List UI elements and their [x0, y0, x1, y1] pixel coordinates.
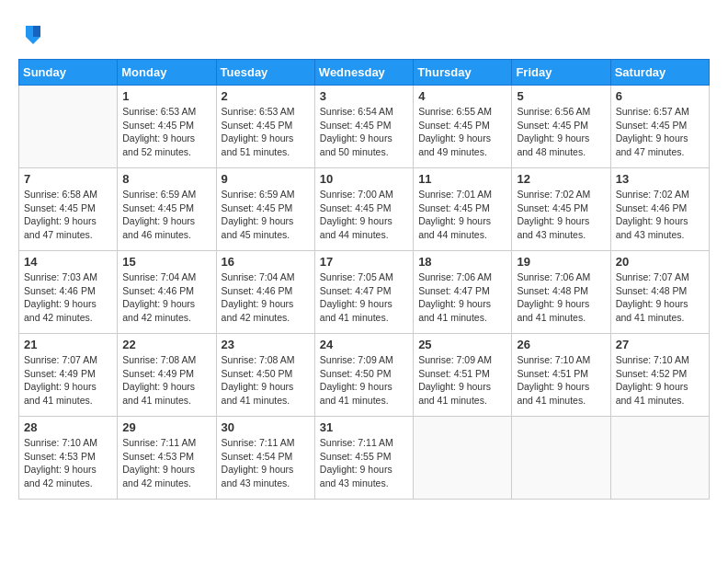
calendar-cell: 21Sunrise: 7:07 AMSunset: 4:49 PMDayligh…	[19, 334, 118, 417]
cell-info-line: and 46 minutes.	[122, 228, 210, 242]
day-number: 21	[24, 338, 112, 351]
cell-info-line: Sunrise: 6:53 AM	[122, 105, 210, 119]
day-number: 15	[122, 255, 210, 269]
cell-info-line: Sunrise: 7:07 AM	[24, 353, 112, 367]
day-number: 31	[320, 420, 408, 434]
cell-info-line: and 41 minutes.	[517, 394, 605, 408]
cell-info-line: and 41 minutes.	[122, 394, 210, 408]
cell-info-line: Sunset: 4:53 PM	[24, 450, 112, 464]
calendar-cell: 6Sunrise: 6:57 AMSunset: 4:45 PMDaylight…	[610, 86, 709, 168]
cell-info-line: Sunset: 4:45 PM	[24, 201, 112, 215]
day-number: 3	[320, 89, 408, 103]
calendar-table: SundayMondayTuesdayWednesdayThursdayFrid…	[18, 59, 710, 500]
cell-info-line: Sunrise: 7:10 AM	[24, 436, 112, 450]
day-header-tuesday: Tuesday	[216, 60, 314, 86]
calendar-cell: 18Sunrise: 7:06 AMSunset: 4:47 PMDayligh…	[414, 251, 512, 334]
cell-info-line: Daylight: 9 hours	[222, 214, 310, 228]
cell-info-line: Sunrise: 7:11 AM	[122, 436, 210, 450]
calendar-cell: 22Sunrise: 7:08 AMSunset: 4:49 PMDayligh…	[118, 334, 216, 417]
day-number: 17	[320, 255, 408, 269]
cell-info-line: and 41 minutes.	[320, 394, 408, 408]
calendar-cell: 3Sunrise: 6:54 AMSunset: 4:45 PMDaylight…	[314, 86, 413, 168]
calendar-cell	[19, 86, 118, 168]
calendar-cell: 26Sunrise: 7:10 AMSunset: 4:51 PMDayligh…	[512, 334, 610, 417]
cell-info-line: Daylight: 9 hours	[122, 463, 210, 477]
day-header-wednesday: Wednesday	[314, 60, 413, 86]
day-number: 18	[418, 255, 506, 269]
cell-info-line: Daylight: 9 hours	[122, 297, 210, 311]
cell-info-line: Sunset: 4:45 PM	[517, 119, 605, 132]
cell-info-line: Sunset: 4:45 PM	[616, 119, 704, 132]
week-row-0: 1Sunrise: 6:53 AMSunset: 4:45 PMDaylight…	[19, 86, 710, 168]
cell-info-line: and 41 minutes.	[616, 394, 704, 408]
cell-info-line: Sunrise: 6:57 AM	[616, 105, 704, 119]
cell-info-line: Daylight: 9 hours	[616, 214, 704, 228]
calendar-cell: 11Sunrise: 7:01 AMSunset: 4:45 PMDayligh…	[414, 168, 512, 251]
cell-info-line: Daylight: 9 hours	[24, 380, 112, 394]
cell-info-line: and 41 minutes.	[418, 394, 506, 408]
day-number: 28	[24, 420, 112, 434]
cell-info-line: and 42 minutes.	[24, 311, 112, 325]
logo-icon	[18, 18, 44, 44]
header-row: SundayMondayTuesdayWednesdayThursdayFrid…	[19, 60, 710, 86]
cell-info-line: Sunset: 4:45 PM	[320, 119, 408, 132]
cell-info-line: and 49 minutes.	[418, 145, 506, 159]
cell-info-line: Sunset: 4:50 PM	[320, 367, 408, 381]
cell-info-line: Sunset: 4:51 PM	[418, 367, 506, 381]
cell-info-line: and 47 minutes.	[24, 228, 112, 242]
cell-info-line: and 41 minutes.	[616, 311, 704, 325]
cell-info-line: and 42 minutes.	[122, 311, 210, 325]
cell-info-line: Sunrise: 7:11 AM	[222, 436, 310, 450]
cell-info-line: and 41 minutes.	[222, 394, 310, 408]
calendar-cell: 12Sunrise: 7:02 AMSunset: 4:45 PMDayligh…	[512, 168, 610, 251]
cell-info-line: and 41 minutes.	[24, 394, 112, 408]
cell-info-line: Sunset: 4:46 PM	[122, 284, 210, 298]
calendar-cell: 13Sunrise: 7:02 AMSunset: 4:46 PMDayligh…	[610, 168, 709, 251]
cell-info-line: Daylight: 9 hours	[418, 297, 506, 311]
day-number: 2	[222, 89, 310, 103]
day-header-saturday: Saturday	[610, 60, 709, 86]
day-number: 13	[616, 172, 704, 186]
cell-info-line: and 44 minutes.	[418, 228, 506, 242]
svg-marker-1	[33, 26, 40, 37]
cell-info-line: and 51 minutes.	[222, 145, 310, 159]
day-number: 10	[320, 172, 408, 186]
cell-info-line: Sunset: 4:45 PM	[122, 201, 210, 215]
cell-info-line: Sunrise: 7:06 AM	[517, 270, 605, 284]
cell-info-line: and 44 minutes.	[320, 228, 408, 242]
cell-info-line: Sunset: 4:46 PM	[616, 201, 704, 215]
calendar-cell: 14Sunrise: 7:03 AMSunset: 4:46 PMDayligh…	[19, 251, 118, 334]
cell-info-line: Daylight: 9 hours	[517, 380, 605, 394]
cell-info-line: Sunset: 4:55 PM	[320, 450, 408, 464]
day-header-thursday: Thursday	[414, 60, 512, 86]
day-number: 27	[616, 338, 704, 351]
cell-info-line: Daylight: 9 hours	[320, 132, 408, 145]
calendar-cell: 9Sunrise: 6:59 AMSunset: 4:45 PMDaylight…	[216, 168, 314, 251]
cell-info-line: and 41 minutes.	[320, 311, 408, 325]
cell-info-line: Sunrise: 7:08 AM	[122, 353, 210, 367]
cell-info-line: Daylight: 9 hours	[517, 132, 605, 145]
day-number: 14	[24, 255, 112, 269]
day-header-monday: Monday	[118, 60, 216, 86]
logo	[18, 18, 48, 44]
cell-info-line: Daylight: 9 hours	[24, 297, 112, 311]
cell-info-line: Daylight: 9 hours	[122, 132, 210, 145]
cell-info-line: Daylight: 9 hours	[517, 297, 605, 311]
calendar-cell	[610, 417, 709, 500]
cell-info-line: and 42 minutes.	[24, 477, 112, 490]
cell-info-line: Daylight: 9 hours	[418, 214, 506, 228]
week-row-1: 7Sunrise: 6:58 AMSunset: 4:45 PMDaylight…	[19, 168, 710, 251]
day-number: 9	[222, 172, 310, 186]
day-number: 7	[24, 172, 112, 186]
day-number: 5	[517, 89, 605, 103]
cell-info-line: Daylight: 9 hours	[122, 214, 210, 228]
cell-info-line: Sunset: 4:45 PM	[222, 119, 310, 132]
calendar-cell: 28Sunrise: 7:10 AMSunset: 4:53 PMDayligh…	[19, 417, 118, 500]
cell-info-line: Daylight: 9 hours	[418, 132, 506, 145]
cell-info-line: Daylight: 9 hours	[616, 380, 704, 394]
calendar-cell: 27Sunrise: 7:10 AMSunset: 4:52 PMDayligh…	[610, 334, 709, 417]
cell-info-line: and 52 minutes.	[122, 145, 210, 159]
cell-info-line: Sunset: 4:46 PM	[222, 284, 310, 298]
day-header-sunday: Sunday	[19, 60, 118, 86]
cell-info-line: and 43 minutes.	[320, 477, 408, 490]
